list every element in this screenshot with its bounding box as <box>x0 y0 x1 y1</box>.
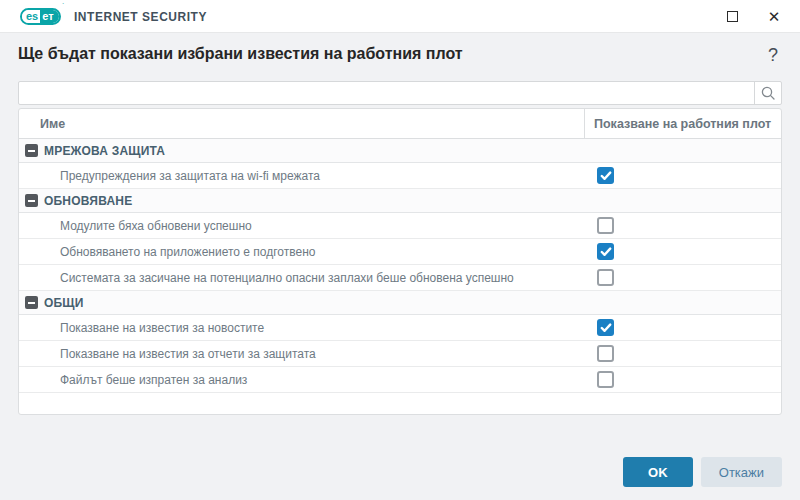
notification-label: Обновяването на приложението е подготвен… <box>19 245 584 259</box>
footer: OK Откажи <box>18 457 782 487</box>
group-label: МРЕЖОВА ЗАЩИТА <box>44 144 165 158</box>
display-cell <box>584 217 781 234</box>
column-header-display[interactable]: Показване на работния плот <box>584 109 781 138</box>
window-controls: ✕ <box>718 4 788 28</box>
notification-row[interactable]: Модулите бяха обновени успешно <box>19 213 781 239</box>
notification-row[interactable]: Обновяването на приложението е подготвен… <box>19 239 781 265</box>
maximize-icon <box>727 11 738 22</box>
notification-row[interactable]: Показване на известия за новостите <box>19 315 781 341</box>
notification-label: Показване на известия за отчети за защит… <box>19 347 584 361</box>
desktop-display-checkbox[interactable] <box>597 371 614 388</box>
column-header-name[interactable]: Име <box>19 109 584 138</box>
search-button[interactable] <box>754 82 781 104</box>
eset-logo-left: es <box>22 10 40 23</box>
close-icon: ✕ <box>768 9 781 24</box>
search-input[interactable] <box>19 82 754 104</box>
eset-logo-right: eт <box>40 10 59 23</box>
notification-label: Предупреждения за защитата на wi-fi мреж… <box>19 169 584 183</box>
group-header-row[interactable]: МРЕЖОВА ЗАЩИТА <box>19 139 781 163</box>
notification-row[interactable]: Файлът беше изпратен за анализ <box>19 367 781 393</box>
product-name: INTERNET SECURITY <box>74 9 207 24</box>
eset-logo-trademark: ˊ <box>62 1 65 10</box>
notification-label: Показване на известия за новостите <box>19 321 584 335</box>
page-title: Ще бъдат показани избрани известия на ра… <box>18 45 463 63</box>
search-box <box>18 81 782 105</box>
content-area: Ще бъдат показани избрани известия на ра… <box>0 33 800 500</box>
group-label: ОБЩИ <box>44 296 84 310</box>
footer-spacer <box>18 415 782 457</box>
check-icon <box>600 171 612 181</box>
check-icon <box>600 247 612 257</box>
collapse-minus-icon[interactable] <box>25 194 38 207</box>
close-button[interactable]: ✕ <box>760 4 788 28</box>
notification-label: Файлът беше изпратен за анализ <box>19 373 584 387</box>
eset-logo: es eт <box>20 8 61 25</box>
collapse-minus-icon[interactable] <box>25 144 38 157</box>
display-cell <box>584 269 781 286</box>
notification-row[interactable]: Показване на известия за отчети за защит… <box>19 341 781 367</box>
search-icon <box>760 85 776 101</box>
display-cell <box>584 319 781 336</box>
maximize-button[interactable] <box>718 4 746 28</box>
desktop-display-checkbox[interactable] <box>597 243 614 260</box>
cancel-button[interactable]: Откажи <box>701 457 782 487</box>
display-cell <box>584 345 781 362</box>
display-cell <box>584 371 781 388</box>
notification-label: Системата за засичане на потенциално опа… <box>19 271 584 285</box>
help-button[interactable]: ? <box>764 45 782 66</box>
group-label: ОБНОВЯВАНЕ <box>44 194 132 208</box>
notification-row[interactable]: Системата за засичане на потенциално опа… <box>19 265 781 291</box>
desktop-display-checkbox[interactable] <box>597 269 614 286</box>
desktop-display-checkbox[interactable] <box>597 345 614 362</box>
display-cell <box>584 167 781 184</box>
notification-row[interactable]: Предупреждения за защитата на wi-fi мреж… <box>19 163 781 189</box>
desktop-display-checkbox[interactable] <box>597 217 614 234</box>
page-header: Ще бъдат показани избрани известия на ра… <box>18 45 782 66</box>
table-header-row: Име Показване на работния плот <box>19 109 781 139</box>
notification-label: Модулите бяха обновени успешно <box>19 219 584 233</box>
eset-settings-window: es eт ˊ INTERNET SECURITY ✕ Ще бъдат пок… <box>0 0 800 500</box>
ok-button[interactable]: OK <box>623 457 693 487</box>
check-icon <box>600 323 612 333</box>
desktop-display-checkbox[interactable] <box>597 167 614 184</box>
desktop-display-checkbox[interactable] <box>597 319 614 336</box>
notifications-table: Име Показване на работния плот МРЕЖОВА З… <box>18 108 782 415</box>
display-cell <box>584 243 781 260</box>
collapse-minus-icon[interactable] <box>25 296 38 309</box>
group-header-row[interactable]: ОБЩИ <box>19 291 781 315</box>
group-header-row[interactable]: ОБНОВЯВАНЕ <box>19 189 781 213</box>
notification-table-body: МРЕЖОВА ЗАЩИТАПредупреждения за защитата… <box>19 139 781 393</box>
titlebar: es eт ˊ INTERNET SECURITY ✕ <box>0 0 800 33</box>
